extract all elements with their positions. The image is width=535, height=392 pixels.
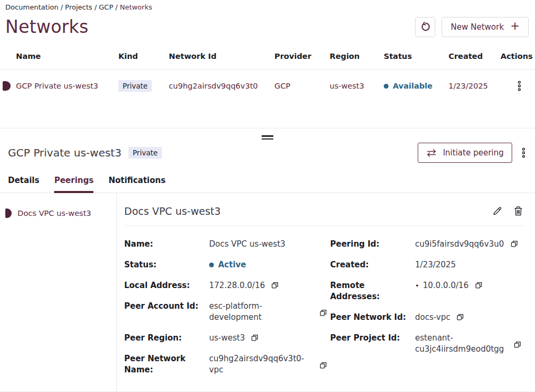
peerings-panel: Docs VPC us-west3 Docs VPC us-west3 xyxy=(0,193,535,392)
network-detail-header: GCP Private us-west3 Private Initiate pe… xyxy=(0,141,535,163)
cell-created: 1/23/2025 xyxy=(448,82,501,90)
field-label: Local Address: xyxy=(124,280,209,291)
field-label: Peer Region: xyxy=(124,333,209,344)
tab-peerings[interactable]: Peerings xyxy=(54,176,93,193)
refresh-button[interactable] xyxy=(415,17,435,37)
copy-button[interactable] xyxy=(514,341,521,349)
column-header-region: Region xyxy=(330,52,384,60)
peering-detail: Docs VPC us-west3 xyxy=(117,193,535,392)
field-label: Peer Network Id: xyxy=(330,312,415,323)
copy-button[interactable] xyxy=(475,282,482,289)
initiate-peering-button[interactable]: Initiate peering xyxy=(418,143,512,163)
drag-handle-icon[interactable] xyxy=(258,134,277,141)
field-label: Remote Addresses: xyxy=(330,280,415,302)
header-actions: New Network + xyxy=(415,17,529,37)
refresh-icon xyxy=(420,22,430,32)
new-network-button[interactable]: New Network + xyxy=(442,17,529,37)
status-badge: Active xyxy=(218,259,246,271)
breadcrumb-separator: / xyxy=(115,3,117,11)
table-row[interactable]: GCP Private us-west3 Private cu9hg2airsd… xyxy=(0,69,535,102)
fields-column-left: Name: Docs VPC us-west3 Status: Active L… xyxy=(124,239,330,385)
status-dot xyxy=(384,84,389,89)
plus-icon: + xyxy=(510,21,520,32)
initiate-peering-label: Initiate peering xyxy=(443,148,504,158)
copy-icon xyxy=(320,309,327,317)
field-label: Peer Account Id: xyxy=(124,301,209,312)
field-status: Status: Active xyxy=(124,259,330,271)
delete-peering-button[interactable] xyxy=(512,205,524,217)
pencil-icon xyxy=(492,206,503,216)
status-dot xyxy=(209,263,214,267)
kind-badge: Private xyxy=(128,147,162,159)
row-actions-menu-button[interactable] xyxy=(514,79,524,93)
copy-button[interactable] xyxy=(320,362,327,369)
field-peering-id: Peering Id: cu9i5fairsdv9qq6v3u0 xyxy=(330,239,524,250)
field-label: Status: xyxy=(124,259,209,271)
copy-icon xyxy=(251,334,258,342)
column-header-status: Status xyxy=(384,52,448,60)
bullet-icon: • xyxy=(415,282,419,290)
field-label: Created: xyxy=(330,259,415,271)
cell-provider: GCP xyxy=(274,82,330,90)
peering-fields: Name: Docs VPC us-west3 Status: Active L… xyxy=(124,239,524,385)
field-created: Created: 1/23/2025 xyxy=(330,259,524,271)
new-network-label: New Network xyxy=(451,22,504,32)
copy-button[interactable] xyxy=(456,313,464,321)
cell-status: Available xyxy=(384,82,448,90)
breadcrumb-link-documentation[interactable]: Documentation xyxy=(5,3,58,11)
network-detail-title: GCP Private us-west3 xyxy=(8,146,122,159)
field-peer-project-id: Peer Project Id: estenant-cu3jc4iirsdm9e… xyxy=(330,333,524,355)
copy-button[interactable] xyxy=(271,282,279,289)
field-value: docs-vpc xyxy=(415,312,450,323)
trash-icon xyxy=(513,206,523,216)
breadcrumb-separator: / xyxy=(61,3,63,11)
table-header: Name Kind Network Id Provider Region Sta… xyxy=(0,49,535,69)
kebab-menu-icon xyxy=(522,147,525,158)
copy-icon xyxy=(511,240,518,248)
field-label: Peering Id: xyxy=(330,239,415,250)
column-header-name: Name xyxy=(16,52,118,60)
fields-column-right: Peering Id: cu9i5fairsdv9qq6v3u0 Created… xyxy=(330,239,524,385)
column-header-kind: Kind xyxy=(118,52,169,60)
peering-list-item[interactable]: Docs VPC us-west3 xyxy=(0,208,116,218)
status-badge: Available xyxy=(393,82,433,90)
copy-button[interactable] xyxy=(251,334,258,342)
cell-region: us-west3 xyxy=(330,82,384,90)
cell-network-id: cu9hg2airsdv9qq6v3t0 xyxy=(169,82,274,90)
breadcrumb-link-projects[interactable]: Projects xyxy=(65,3,92,11)
table-body: GCP Private us-west3 Private cu9hg2airsd… xyxy=(0,69,535,102)
page-title: Networks xyxy=(5,16,89,37)
network-tabs: Details Peerings Notifications xyxy=(0,176,535,193)
copy-icon xyxy=(514,341,521,349)
edit-peering-button[interactable] xyxy=(491,205,504,217)
field-peer-network-id: Peer Network Id: docs-vpc xyxy=(330,312,524,323)
column-header-actions: Actions xyxy=(501,52,535,60)
field-peer-network-name: Peer Network Name: cu9hg2airsdv9qq6v3t0-… xyxy=(124,353,330,376)
field-value: 172.28.0.0/16 xyxy=(209,280,265,291)
column-header-provider: Provider xyxy=(274,52,330,60)
breadcrumb-link-gcp[interactable]: GCP xyxy=(99,3,113,11)
field-label: Name: xyxy=(124,239,209,250)
field-remote-addresses: Remote Addresses: •10.0.0.0/16 xyxy=(330,280,524,302)
column-header-created: Created xyxy=(448,52,501,60)
copy-button[interactable] xyxy=(511,240,518,248)
tab-notifications[interactable]: Notifications xyxy=(108,176,166,193)
column-header-network-id: Network Id xyxy=(169,52,274,60)
copy-button[interactable] xyxy=(320,309,327,317)
breadcrumb: Documentation/Projects/GCP/Networks xyxy=(0,0,535,11)
network-actions-menu-button[interactable] xyxy=(519,145,529,160)
network-half-circle-icon xyxy=(5,208,12,218)
peering-list: Docs VPC us-west3 xyxy=(0,193,117,392)
panel-splitter xyxy=(0,128,535,141)
network-half-circle-icon xyxy=(3,81,11,91)
peering-title: Docs VPC us-west3 xyxy=(124,205,221,217)
field-label: Peer Project Id: xyxy=(330,333,415,344)
networks-table: Name Kind Network Id Provider Region Sta… xyxy=(0,49,535,102)
tab-details[interactable]: Details xyxy=(8,176,39,193)
field-peer-account-id: Peer Account Id: esc-platform-developmen… xyxy=(124,301,330,323)
field-value: cu9hg2airsdv9qq6v3t0-vpc xyxy=(209,353,313,376)
field-value: esc-platform-development xyxy=(209,301,313,323)
copy-icon xyxy=(320,362,327,369)
field-value: Docs VPC us-west3 xyxy=(209,239,286,250)
page-header: Networks New Network + xyxy=(0,11,535,37)
